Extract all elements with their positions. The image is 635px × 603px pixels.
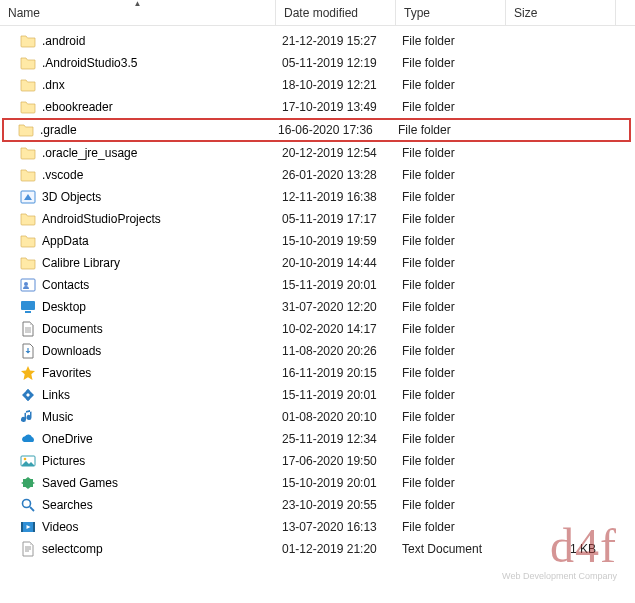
file-name-cell: selectcomp: [6, 541, 274, 557]
file-name-label: .vscode: [42, 168, 83, 182]
contacts-icon: [20, 277, 36, 293]
onedrive-icon: [20, 431, 36, 447]
file-date-cell: 13-07-2020 16:13: [274, 520, 394, 534]
file-date-cell: 16-11-2019 20:15: [274, 366, 394, 380]
file-row[interactable]: .AndroidStudio3.505-11-2019 12:19File fo…: [0, 52, 635, 74]
file-name-cell: .android: [6, 33, 274, 49]
file-type-cell: File folder: [394, 410, 504, 424]
file-row[interactable]: AndroidStudioProjects05-11-2019 17:17Fil…: [0, 208, 635, 230]
file-name-cell: .vscode: [6, 167, 274, 183]
folder-icon: [20, 211, 36, 227]
file-name-label: .dnx: [42, 78, 65, 92]
file-type-cell: File folder: [394, 234, 504, 248]
file-name-cell: Contacts: [6, 277, 274, 293]
file-name-cell: OneDrive: [6, 431, 274, 447]
file-name-cell: .oracle_jre_usage: [6, 145, 274, 161]
sort-ascending-icon: ▲: [134, 0, 142, 8]
file-row[interactable]: Music01-08-2020 20:10File folder: [0, 406, 635, 428]
file-size-cell: 1 KB: [504, 542, 604, 556]
file-name-cell: Saved Games: [6, 475, 274, 491]
file-row[interactable]: .ebookreader17-10-2019 13:49File folder: [0, 96, 635, 118]
file-row[interactable]: Saved Games15-10-2019 20:01File folder: [0, 472, 635, 494]
file-type-cell: File folder: [394, 168, 504, 182]
file-name-cell: Favorites: [6, 365, 274, 381]
column-header-name[interactable]: Name ▲: [0, 0, 276, 25]
column-header-type[interactable]: Type: [396, 0, 506, 25]
file-name-label: Searches: [42, 498, 93, 512]
pictures-icon: [20, 453, 36, 469]
file-date-cell: 15-10-2019 19:59: [274, 234, 394, 248]
watermark-subtext: Web Development Company: [502, 571, 617, 581]
file-name-cell: Desktop: [6, 299, 274, 315]
file-type-cell: File folder: [394, 100, 504, 114]
searches-icon: [20, 497, 36, 513]
file-name-cell: Videos: [6, 519, 274, 535]
music-icon: [20, 409, 36, 425]
folder-icon: [20, 55, 36, 71]
file-row[interactable]: .vscode26-01-2020 13:28File folder: [0, 164, 635, 186]
file-name-cell: .gradle: [6, 122, 270, 138]
file-type-cell: File folder: [394, 344, 504, 358]
file-name-label: .android: [42, 34, 85, 48]
file-type-cell: File folder: [394, 278, 504, 292]
file-row[interactable]: Calibre Library20-10-2019 14:44File fold…: [0, 252, 635, 274]
file-list: .android21-12-2019 15:27File folder.Andr…: [0, 26, 635, 560]
file-date-cell: 16-06-2020 17:36: [270, 123, 390, 137]
file-name-label: AppData: [42, 234, 89, 248]
file-row[interactable]: Contacts15-11-2019 20:01File folder: [0, 274, 635, 296]
file-name-label: OneDrive: [42, 432, 93, 446]
file-name-cell: Downloads: [6, 343, 274, 359]
file-name-cell: Music: [6, 409, 274, 425]
file-row[interactable]: .oracle_jre_usage20-12-2019 12:54File fo…: [0, 142, 635, 164]
file-row[interactable]: Downloads11-08-2020 20:26File folder: [0, 340, 635, 362]
column-header-date[interactable]: Date modified: [276, 0, 396, 25]
folder-icon: [20, 255, 36, 271]
file-row[interactable]: Favorites16-11-2019 20:15File folder: [0, 362, 635, 384]
file-row[interactable]: Videos13-07-2020 16:13File folder: [0, 516, 635, 538]
file-date-cell: 01-12-2019 21:20: [274, 542, 394, 556]
file-type-cell: File folder: [394, 256, 504, 270]
file-row[interactable]: Desktop31-07-2020 12:20File folder: [0, 296, 635, 318]
file-name-label: 3D Objects: [42, 190, 101, 204]
file-row[interactable]: selectcomp01-12-2019 21:20Text Document1…: [0, 538, 635, 560]
file-date-cell: 21-12-2019 15:27: [274, 34, 394, 48]
file-name-label: Favorites: [42, 366, 91, 380]
file-row[interactable]: .android21-12-2019 15:27File folder: [0, 30, 635, 52]
file-row[interactable]: .gradle16-06-2020 17:36File folder: [2, 118, 631, 142]
file-name-cell: .dnx: [6, 77, 274, 93]
file-name-label: Videos: [42, 520, 78, 534]
file-row[interactable]: .dnx18-10-2019 12:21File folder: [0, 74, 635, 96]
file-name-label: Saved Games: [42, 476, 118, 490]
file-row[interactable]: OneDrive25-11-2019 12:34File folder: [0, 428, 635, 450]
file-date-cell: 15-10-2019 20:01: [274, 476, 394, 490]
file-name-label: Pictures: [42, 454, 85, 468]
file-row[interactable]: AppData15-10-2019 19:59File folder: [0, 230, 635, 252]
savedgames-icon: [20, 475, 36, 491]
column-header-date-label: Date modified: [284, 6, 358, 20]
file-date-cell: 17-06-2020 19:50: [274, 454, 394, 468]
column-header-size[interactable]: Size: [506, 0, 616, 25]
file-type-cell: File folder: [394, 34, 504, 48]
file-date-cell: 20-12-2019 12:54: [274, 146, 394, 160]
file-name-cell: .AndroidStudio3.5: [6, 55, 274, 71]
file-type-cell: File folder: [394, 454, 504, 468]
file-date-cell: 18-10-2019 12:21: [274, 78, 394, 92]
file-type-cell: File folder: [394, 476, 504, 490]
file-date-cell: 17-10-2019 13:49: [274, 100, 394, 114]
file-date-cell: 31-07-2020 12:20: [274, 300, 394, 314]
file-type-cell: File folder: [394, 388, 504, 402]
column-header-size-label: Size: [514, 6, 537, 20]
file-row[interactable]: Searches23-10-2019 20:55File folder: [0, 494, 635, 516]
file-date-cell: 05-11-2019 17:17: [274, 212, 394, 226]
folder-icon: [20, 99, 36, 115]
file-name-label: .oracle_jre_usage: [42, 146, 137, 160]
file-row[interactable]: 3D Objects12-11-2019 16:38File folder: [0, 186, 635, 208]
file-name-cell: 3D Objects: [6, 189, 274, 205]
file-type-cell: File folder: [394, 366, 504, 380]
file-type-cell: File folder: [390, 123, 500, 137]
file-row[interactable]: Pictures17-06-2020 19:50File folder: [0, 450, 635, 472]
file-row[interactable]: Links15-11-2019 20:01File folder: [0, 384, 635, 406]
file-name-cell: Documents: [6, 321, 274, 337]
file-row[interactable]: Documents10-02-2020 14:17File folder: [0, 318, 635, 340]
downloads-icon: [20, 343, 36, 359]
